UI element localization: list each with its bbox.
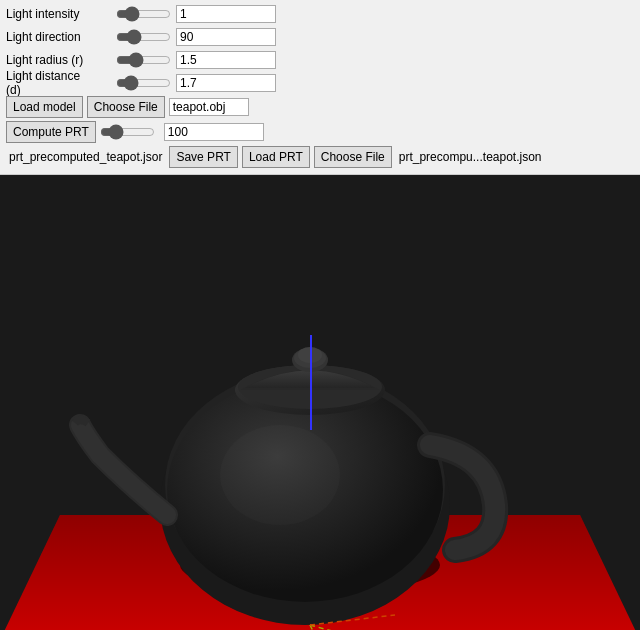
compute-prt-button[interactable]: Compute PRT — [6, 121, 96, 143]
svg-point-12 — [220, 425, 340, 525]
choose-file2-button[interactable]: Choose File — [314, 146, 392, 168]
prt-filename-right: prt_precompu...teapot.json — [396, 148, 545, 166]
light-radius-label: Light radius (r) — [6, 53, 116, 67]
light-intensity-input[interactable] — [176, 5, 276, 23]
load-model-button[interactable]: Load model — [6, 96, 83, 118]
light-intensity-slider[interactable] — [116, 6, 171, 22]
light-direction-row: Light direction — [6, 27, 634, 47]
load-prt-button[interactable]: Load PRT — [242, 146, 310, 168]
light-radius-slider[interactable] — [116, 52, 171, 68]
viewport[interactable] — [0, 175, 640, 630]
light-radius-row: Light radius (r) — [6, 50, 634, 70]
light-distance-input[interactable] — [176, 74, 276, 92]
scene-svg — [0, 175, 640, 630]
light-distance-slider-container — [116, 75, 176, 91]
light-radius-input[interactable] — [176, 51, 276, 69]
light-intensity-slider-container — [116, 6, 176, 22]
model-filename: teapot.obj — [169, 98, 249, 116]
save-prt-button[interactable]: Save PRT — [169, 146, 237, 168]
light-distance-d-label: (d) — [6, 83, 116, 97]
compute-prt-slider-container — [100, 124, 160, 140]
light-distance-label: Light distance — [6, 69, 116, 83]
light-distance-slider[interactable] — [116, 75, 171, 91]
choose-file-button[interactable]: Choose File — [87, 96, 165, 118]
light-direction-input[interactable] — [176, 28, 276, 46]
load-model-row: Load model Choose File teapot.obj — [6, 96, 634, 118]
light-direction-label: Light direction — [6, 30, 116, 44]
compute-prt-row: Compute PRT — [6, 121, 634, 143]
light-intensity-label: Light intensity — [6, 7, 116, 21]
prt-row: prt_precomputed_teapot.jsor Save PRT Loa… — [6, 146, 634, 168]
light-direction-slider-container — [116, 29, 176, 45]
compute-prt-slider[interactable] — [100, 124, 155, 140]
controls-panel: Light intensity Light direction Light ra… — [0, 0, 640, 175]
prt-filename-left: prt_precomputed_teapot.jsor — [6, 148, 165, 166]
light-radius-slider-container — [116, 52, 176, 68]
light-distance-row: Light distance (d) — [6, 73, 634, 93]
light-intensity-row: Light intensity — [6, 4, 634, 24]
light-direction-slider[interactable] — [116, 29, 171, 45]
compute-prt-input[interactable] — [164, 123, 264, 141]
